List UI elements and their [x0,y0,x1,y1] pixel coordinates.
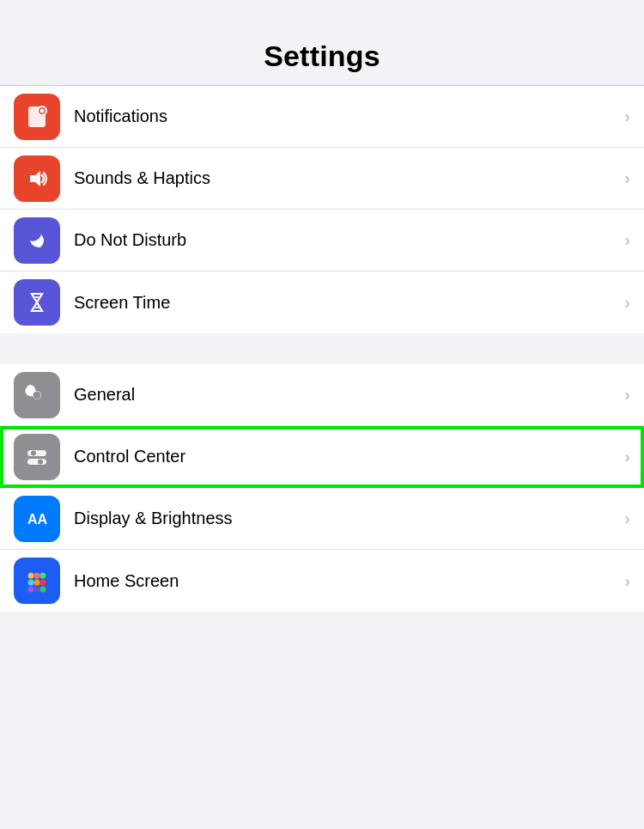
display-chevron: › [624,509,630,528]
notifications-label: Notifications [74,107,624,126]
page-header: Settings [0,0,644,86]
sounds-icon-wrapper [14,155,60,202]
general-chevron: › [624,385,630,405]
sounds-label: Sounds & Haptics [74,168,624,188]
svg-text:AA: AA [27,512,48,527]
svg-point-12 [34,573,40,579]
settings-row-notifications[interactable]: Notifications › [0,86,644,148]
svg-rect-6 [27,450,46,456]
display-icon-wrapper: AA [14,496,60,542]
svg-point-5 [33,391,41,399]
svg-point-2 [40,108,45,113]
controlcenter-chevron: › [624,447,630,466]
settings-row-sounds[interactable]: Sounds & Haptics › [0,148,644,210]
sounds-icon [23,165,51,192]
homescreen-icon [23,567,51,594]
section-divider [0,333,644,364]
svg-point-11 [28,573,34,579]
controlcenter-icon [23,443,51,471]
homescreen-chevron: › [624,571,630,591]
settings-row-controlcenter[interactable]: Control Center › [0,426,644,488]
svg-marker-3 [30,171,40,186]
dnd-label: Do Not Disturb [74,230,624,250]
screentime-chevron: › [624,293,630,313]
dnd-icon-wrapper [14,217,60,264]
svg-point-14 [28,580,34,586]
notifications-icon-wrapper [14,94,60,140]
settings-row-display[interactable]: AA Display & Brightness › [0,488,644,550]
notifications-icon [23,103,51,131]
homescreen-icon-wrapper [14,558,60,604]
svg-point-18 [34,587,40,593]
screentime-label: Screen Time [74,293,624,313]
svg-rect-8 [27,459,46,465]
svg-point-15 [34,580,40,586]
svg-point-17 [28,587,34,593]
homescreen-label: Home Screen [74,571,624,591]
svg-point-16 [40,580,46,586]
section-2: General › Control Center › AA Display & … [0,364,644,612]
dnd-icon [23,227,51,254]
display-icon: AA [23,505,51,533]
screentime-icon-wrapper [14,279,60,326]
section-1: Notifications › Sounds & Haptics › Do No… [0,86,644,333]
general-icon [23,381,51,409]
sounds-chevron: › [624,168,630,188]
settings-row-screentime[interactable]: Screen Time › [0,271,644,333]
settings-row-homescreen[interactable]: Home Screen › [0,550,644,612]
controlcenter-label: Control Center [74,447,624,466]
svg-point-13 [40,573,46,579]
svg-point-7 [31,450,36,455]
settings-row-general[interactable]: General › [0,364,644,426]
general-icon-wrapper [14,372,60,418]
dnd-chevron: › [624,230,630,250]
svg-point-9 [38,459,43,464]
settings-row-dnd[interactable]: Do Not Disturb › [0,210,644,271]
notifications-chevron: › [624,107,630,126]
svg-point-19 [40,587,46,593]
screentime-icon [23,289,51,316]
controlcenter-icon-wrapper [14,434,60,480]
general-label: General [74,385,624,405]
page-title: Settings [264,40,380,73]
display-label: Display & Brightness [74,509,624,528]
